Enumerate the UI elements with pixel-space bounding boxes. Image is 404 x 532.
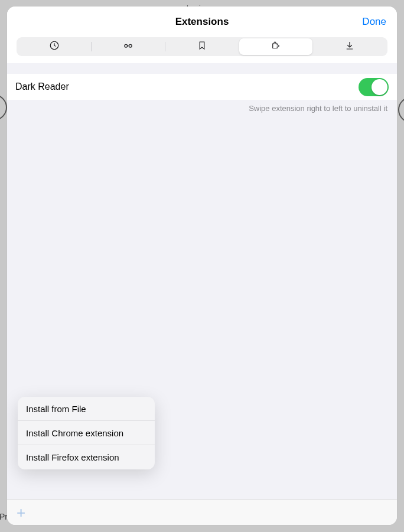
content-area: Dark Reader Swipe extension right to lef… <box>7 63 397 499</box>
menu-install-chrome[interactable]: Install Chrome extension <box>18 421 155 445</box>
svg-point-2 <box>129 44 132 47</box>
background-decor-left <box>0 94 7 120</box>
extensions-modal: Extensions Done <box>7 6 397 525</box>
done-button[interactable]: Done <box>362 6 386 37</box>
puzzle-icon <box>271 40 281 53</box>
extension-name: Dark Reader <box>15 81 69 92</box>
clock-icon <box>49 40 60 53</box>
swipe-hint: Swipe extension right to left to uninsta… <box>7 100 397 113</box>
extension-row[interactable]: Dark Reader <box>7 74 397 100</box>
svg-point-1 <box>125 44 128 47</box>
download-icon <box>344 40 355 53</box>
toggle-knob <box>372 79 387 95</box>
tab-downloads[interactable] <box>313 38 386 55</box>
segmented-control-wrapper <box>7 37 397 63</box>
install-menu: Install from File Install Chrome extensi… <box>18 397 155 469</box>
segmented-control <box>17 37 387 56</box>
glasses-icon <box>123 40 133 53</box>
background-decor-right <box>398 97 404 123</box>
tab-history[interactable] <box>18 38 91 55</box>
tab-bookmarks[interactable] <box>165 38 239 55</box>
extensions-list: Dark Reader <box>7 74 397 100</box>
footer-toolbar: + <box>7 499 397 525</box>
menu-install-from-file[interactable]: Install from File <box>18 397 155 421</box>
tab-extensions[interactable] <box>239 38 312 55</box>
tab-reading-list[interactable] <box>92 38 165 55</box>
extension-toggle[interactable] <box>359 78 389 96</box>
add-extension-button[interactable]: + <box>17 505 25 520</box>
bookmark-icon <box>197 40 207 53</box>
page-title: Extensions <box>175 16 229 28</box>
modal-header: Extensions Done <box>7 6 397 37</box>
menu-install-firefox[interactable]: Install Firefox extension <box>18 445 155 469</box>
